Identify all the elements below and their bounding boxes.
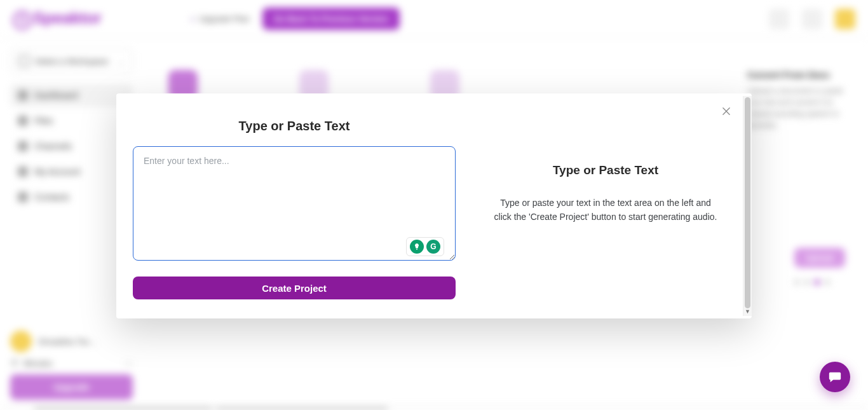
modal-info-title: Type or Paste Text <box>491 163 720 177</box>
create-project-button[interactable]: Create Project <box>133 277 456 299</box>
modal-title: Type or Paste Text <box>133 119 456 133</box>
extension-badges: G <box>406 237 444 256</box>
modal-right-pane: Type or Paste Text Type or paste your te… <box>472 93 752 318</box>
chat-icon <box>828 370 842 384</box>
scroll-down-icon[interactable]: ▼ <box>743 307 752 316</box>
close-icon[interactable] <box>720 105 733 118</box>
scrollbar-thumb[interactable] <box>745 97 750 308</box>
chat-fab[interactable] <box>820 362 850 392</box>
modal-overlay: Type or Paste Text G Create Project Type… <box>0 0 868 410</box>
modal-left-pane: Type or Paste Text G Create Project <box>116 93 472 318</box>
grammarly-icon[interactable]: G <box>426 240 440 254</box>
modal-scrollbar[interactable]: ▼ <box>743 96 752 316</box>
type-paste-modal: Type or Paste Text G Create Project Type… <box>116 93 752 318</box>
hint-icon[interactable] <box>410 240 424 254</box>
modal-info-desc: Type or paste your text in the text area… <box>491 196 720 224</box>
